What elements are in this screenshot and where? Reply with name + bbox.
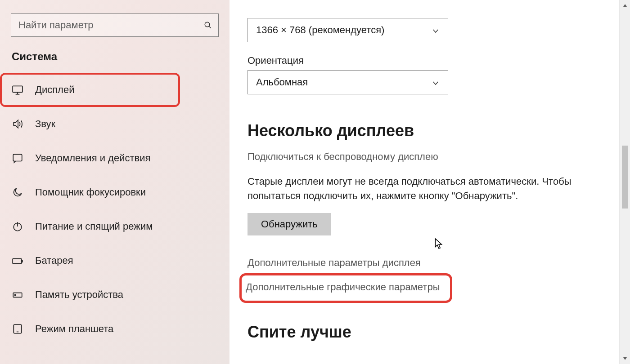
svg-marker-16 — [623, 357, 627, 360]
search-icon — [204, 21, 212, 29]
resolution-value: 1366 × 768 (рекомендуется) — [256, 24, 384, 36]
monitor-icon — [12, 84, 23, 96]
sidebar-item-tablet[interactable]: Режим планшета — [0, 312, 230, 346]
svg-line-1 — [209, 26, 211, 28]
sidebar-item-label: Режим планшета — [35, 323, 113, 335]
annotation-highlight-display — [0, 73, 180, 107]
sidebar-item-battery[interactable]: Батарея — [0, 244, 230, 278]
tablet-icon — [12, 323, 23, 335]
detect-hint-text: Старые дисплеи могут не всегда подключат… — [248, 174, 572, 203]
orientation-value: Альбомная — [256, 76, 308, 88]
settings-main: 1366 × 768 (рекомендуется) Ориентация Ал… — [230, 0, 630, 364]
svg-rect-10 — [22, 260, 22, 262]
svg-marker-5 — [14, 120, 18, 128]
svg-point-12 — [15, 294, 16, 295]
svg-rect-2 — [13, 86, 22, 92]
moon-icon — [12, 186, 23, 198]
scroll-up-icon[interactable] — [620, 0, 630, 11]
sidebar-section-title: Система — [12, 50, 218, 63]
notifications-icon — [12, 152, 23, 164]
power-icon — [12, 221, 23, 232]
sidebar-item-label: Память устройства — [35, 289, 123, 301]
detect-button[interactable]: Обнаружить — [248, 213, 331, 235]
search-box[interactable] — [11, 13, 219, 37]
orientation-label: Ориентация — [248, 55, 630, 67]
svg-rect-9 — [13, 259, 21, 264]
battery-icon — [12, 255, 23, 266]
cursor-icon — [435, 238, 443, 250]
advanced-display-link[interactable]: Дополнительные параметры дисплея — [248, 257, 630, 269]
sidebar-item-label: Звук — [35, 118, 55, 130]
storage-icon — [12, 289, 23, 301]
sidebar-item-display[interactable]: Дисплей — [0, 73, 230, 107]
chevron-down-icon — [432, 26, 440, 34]
sleep-better-heading: Спите лучше — [248, 323, 630, 342]
scrollbar[interactable] — [619, 0, 630, 364]
sidebar-item-notifications[interactable]: Уведомления и действия — [0, 141, 230, 175]
wireless-display-link[interactable]: Подключиться к беспроводному дисплею — [248, 151, 630, 163]
multiple-displays-heading: Несколько дисплеев — [248, 121, 630, 140]
sidebar-item-power[interactable]: Питание и спящий режим — [0, 209, 230, 244]
svg-rect-6 — [13, 154, 22, 161]
sidebar-item-focus[interactable]: Помощник фокусировки — [0, 175, 230, 209]
sidebar-item-label: Уведомления и действия — [35, 152, 150, 164]
sidebar-item-label: Батарея — [35, 255, 73, 266]
sidebar-item-label: Помощник фокусировки — [35, 186, 146, 198]
sidebar-item-storage[interactable]: Память устройства — [0, 278, 230, 312]
resolution-dropdown[interactable]: 1366 × 768 (рекомендуется) — [248, 18, 448, 42]
scroll-down-icon[interactable] — [620, 353, 630, 364]
orientation-dropdown[interactable]: Альбомная — [248, 70, 448, 94]
sound-icon — [12, 118, 23, 130]
sidebar-item-sound[interactable]: Звук — [0, 107, 230, 141]
search-input[interactable] — [18, 19, 204, 31]
advanced-graphics-link[interactable]: Дополнительные графические параметры — [246, 281, 440, 293]
settings-sidebar: Система Дисплей Звук Уведомления и де — [0, 0, 230, 364]
scrollbar-thumb[interactable] — [622, 146, 628, 209]
sidebar-item-label: Дисплей — [35, 84, 74, 96]
sidebar-item-label: Питание и спящий режим — [35, 221, 153, 232]
chevron-down-icon — [432, 78, 440, 86]
svg-marker-15 — [623, 4, 627, 7]
svg-point-0 — [205, 22, 210, 27]
